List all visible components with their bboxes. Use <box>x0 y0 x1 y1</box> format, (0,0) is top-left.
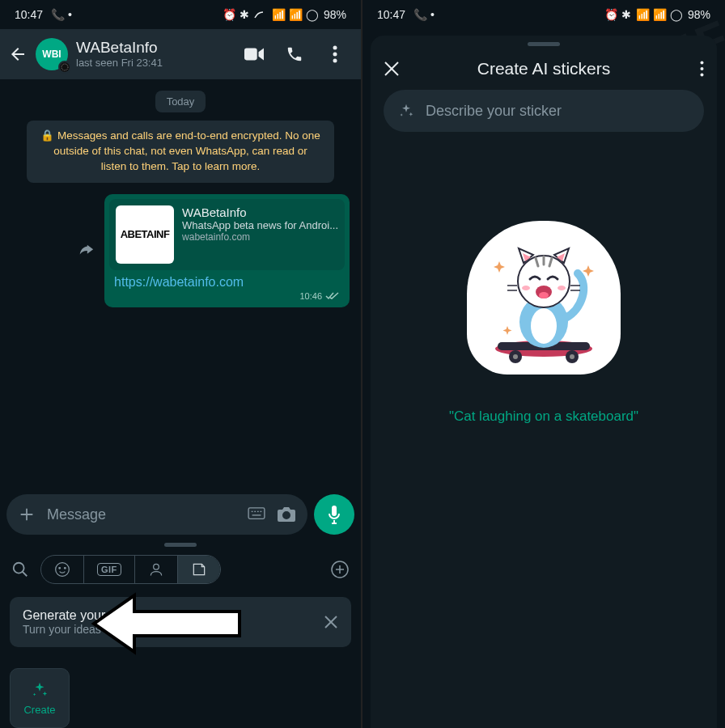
encryption-notice[interactable]: 🔒 Messages and calls are end-to-end encr… <box>27 121 334 183</box>
sticker-preview[interactable] <box>467 221 621 375</box>
sparkle-icon <box>398 103 414 119</box>
status-icons-left: 📞 • <box>51 8 72 21</box>
channel-badge-icon <box>58 61 71 74</box>
message-bubble[interactable]: ABETAINF WABetaInfo WhatsApp beta news f… <box>104 194 350 307</box>
create-label: Create <box>23 704 55 716</box>
describe-placeholder: Describe your sticker <box>426 103 562 120</box>
sticker-type-segment: GIF <box>40 555 221 584</box>
sparkle-icon <box>31 681 49 699</box>
plus-icon[interactable] <box>18 506 36 523</box>
message-time: 10:46 <box>299 291 322 301</box>
status-time: 10:47 <box>377 8 405 21</box>
link-thumbnail: ABETAINF <box>116 205 174 264</box>
create-sticker-button[interactable]: Create <box>10 668 70 728</box>
input-placeholder: Message <box>47 506 236 523</box>
svg-point-39 <box>539 292 549 298</box>
svg-point-34 <box>570 354 574 359</box>
add-sticker-icon[interactable] <box>330 560 350 579</box>
svg-rect-5 <box>248 508 265 519</box>
sticker-tab[interactable] <box>178 556 220 583</box>
close-icon[interactable] <box>384 61 403 77</box>
avatar[interactable]: WBI <box>36 38 68 70</box>
ai-sticker-promo[interactable]: Generate your own AI stickers! Turn your… <box>10 597 351 647</box>
svg-point-3 <box>333 53 337 57</box>
emoji-tab[interactable] <box>41 556 84 583</box>
svg-point-18 <box>154 564 159 569</box>
gif-tab[interactable]: GIF <box>84 556 135 583</box>
mic-button[interactable] <box>314 494 354 535</box>
svg-point-36 <box>531 308 557 344</box>
status-battery: 98% <box>688 8 710 21</box>
status-bar: 10:47 📞 • ⏰ ✱ 📶 📶 ◯ 98% <box>362 0 725 29</box>
promo-title: Generate your own AI stickers! <box>23 608 199 623</box>
promo-subtitle: Turn your ideas into stickers. Try it <box>23 623 199 636</box>
forward-icon[interactable] <box>77 242 95 260</box>
sheet-title: Create AI stickers <box>403 59 685 78</box>
voice-call-icon[interactable] <box>285 44 304 64</box>
sheet-handle[interactable] <box>528 42 560 46</box>
date-pill: Today <box>155 91 206 112</box>
svg-point-41 <box>558 286 566 290</box>
keyboard-icon[interactable] <box>248 507 265 522</box>
more-icon[interactable] <box>325 44 345 64</box>
promo-try-link[interactable]: Try it <box>170 623 195 636</box>
svg-point-4 <box>333 59 337 63</box>
avatar-tab[interactable] <box>135 556 178 583</box>
lock-icon: 🔒 <box>40 129 54 144</box>
svg-point-26 <box>701 61 704 65</box>
status-time: 10:47 <box>15 8 43 21</box>
search-icon[interactable] <box>11 561 29 578</box>
svg-point-15 <box>56 563 70 577</box>
svg-point-27 <box>701 67 704 70</box>
back-button[interactable] <box>8 44 28 64</box>
svg-line-14 <box>23 572 28 577</box>
describe-input[interactable]: Describe your sticker <box>384 90 704 132</box>
message-url[interactable]: https://wabetainfo.com <box>109 270 345 291</box>
svg-point-11 <box>284 513 289 518</box>
message-input[interactable]: Message <box>6 494 307 535</box>
chat-title-block[interactable]: WABetaInfo last seen Fri 23:41 <box>76 40 163 69</box>
svg-point-40 <box>522 286 530 290</box>
status-icons-right: ⏰ ✱ 📶 📶 ◯ 98% <box>604 8 710 21</box>
drawer-handle[interactable] <box>164 543 197 547</box>
svg-rect-12 <box>332 506 337 516</box>
close-icon[interactable] <box>324 615 338 629</box>
svg-point-13 <box>14 563 24 574</box>
read-receipt-icon <box>325 291 340 301</box>
svg-point-16 <box>59 568 61 569</box>
link-domain: wabetainfo.com <box>182 231 338 243</box>
message-meta: 10:46 <box>109 291 345 303</box>
create-sticker-sheet: Create AI stickers Describe your sticker <box>371 36 717 728</box>
link-preview[interactable]: ABETAINF WABetaInfo WhatsApp beta news f… <box>109 199 345 270</box>
camera-icon[interactable] <box>277 506 296 523</box>
input-row: Message <box>0 489 361 540</box>
chat-name: WABetaInfo <box>76 40 163 57</box>
sticker-toolbar: GIF <box>0 550 361 589</box>
link-description: WhatsApp beta news for Androi... <box>182 219 338 231</box>
svg-rect-1 <box>244 49 257 61</box>
svg-point-32 <box>513 354 518 359</box>
video-call-icon[interactable] <box>244 44 264 64</box>
status-bar: 10:47 📞 • ⏰ ✱ 📶 📶 ◯ 98% <box>0 0 361 29</box>
avatar-text: WBI <box>42 49 61 60</box>
chat-body: Today 🔒 Messages and calls are end-to-en… <box>0 79 361 489</box>
encryption-text: Messages and calls are end-to-end encryp… <box>53 129 320 172</box>
svg-point-28 <box>701 74 704 77</box>
chat-header: WBI WABetaInfo last seen Fri 23:41 <box>0 29 361 79</box>
sticker-caption: "Cat laughing on a skateboard" <box>371 408 717 425</box>
link-title: WABetaInfo <box>182 205 338 219</box>
status-icons-left: 📞 • <box>413 8 435 21</box>
svg-point-0 <box>61 64 68 70</box>
more-icon[interactable] <box>685 61 704 77</box>
last-seen: last seen Fri 23:41 <box>76 57 163 69</box>
svg-point-2 <box>333 46 337 50</box>
status-battery: 98% <box>324 8 346 21</box>
svg-point-17 <box>65 568 66 569</box>
status-icons-right: ⏰ ✱ 📶 📶 ◯ 98% <box>223 8 346 21</box>
